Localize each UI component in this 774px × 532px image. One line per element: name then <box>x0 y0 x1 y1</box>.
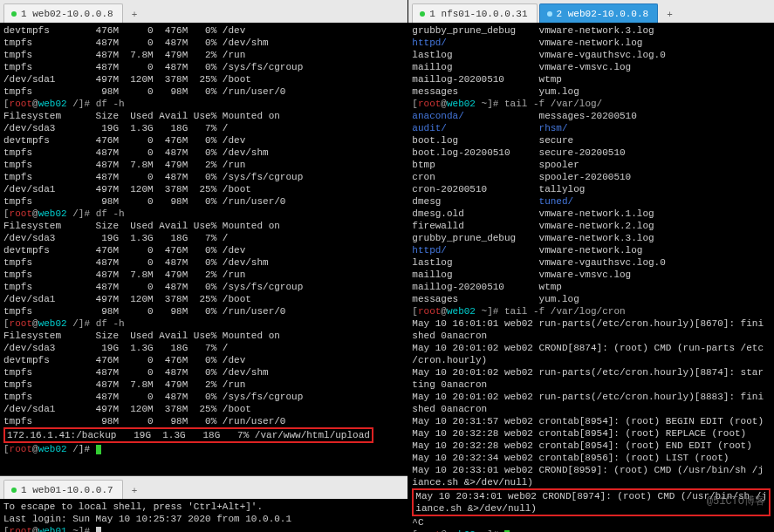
tab-label: 2 web02-10.0.0.8 <box>557 8 649 20</box>
terminal-left-bottom[interactable]: To escape to local shell, press 'Ctrl+Al… <box>0 499 408 532</box>
tab-web01[interactable]: 1 web01-10.0.0.7 <box>3 480 123 499</box>
status-dot-icon <box>547 11 552 17</box>
status-dot-icon <box>11 11 17 17</box>
tab-add-button[interactable]: + <box>125 7 145 23</box>
highlighted-cron-lines: May 10 20:34:01 web02 CROND[8974]: (root… <box>412 488 771 516</box>
tabbar-right: 1 nfs01-10.0.0.31 2 web02-10.0.0.8 + <box>408 0 774 23</box>
tab-label: 1 nfs01-10.0.0.31 <box>429 8 527 20</box>
tab-label: 1 web01-10.0.0.7 <box>21 484 113 496</box>
status-dot-icon <box>11 488 17 493</box>
tab-web02[interactable]: 1 web02-10.0.0.8 <box>3 3 123 23</box>
terminal-left-top[interactable]: devtmpfs 476M 0 476M 0% /devtmpfs 487M 0… <box>0 23 408 475</box>
tab-web02-right[interactable]: 2 web02-10.0.0.8 <box>539 3 659 23</box>
tab-add-button[interactable]: + <box>125 483 145 499</box>
tab-add-button[interactable]: + <box>660 7 680 23</box>
status-dot-icon <box>420 11 425 17</box>
terminal-right[interactable]: grubby_prune_debug vmware-network.3.logh… <box>408 23 774 532</box>
highlighted-mount-line: 172.16.1.41:/backup 19G 1.3G 18G 7% /var… <box>3 427 373 443</box>
tab-nfs01[interactable]: 1 nfs01-10.0.0.31 <box>412 3 537 23</box>
tabbar-left-bottom: 1 web01-10.0.0.7 + <box>0 476 408 499</box>
tabbar-left-top: 1 web02-10.0.0.8 + <box>0 0 408 23</box>
tab-label: 1 web02-10.0.0.8 <box>21 8 113 20</box>
